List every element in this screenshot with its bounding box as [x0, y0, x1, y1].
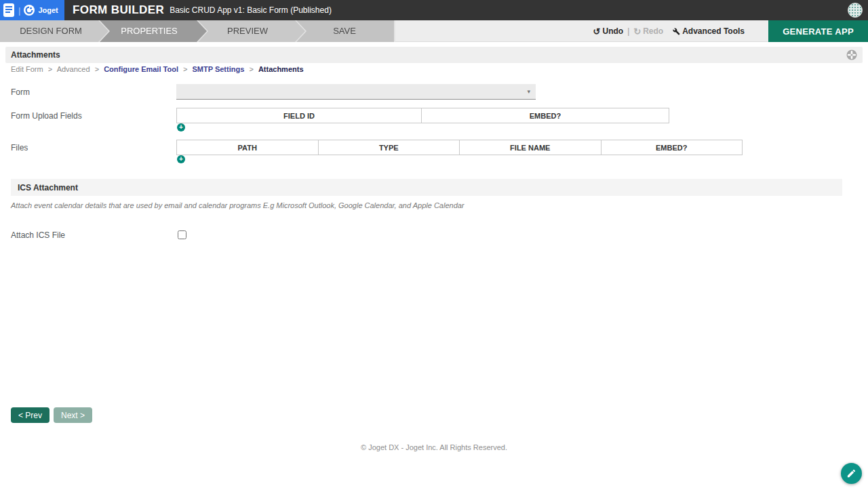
redo-icon: ↻ — [633, 27, 641, 36]
edit-fab-button[interactable] — [841, 463, 862, 484]
undo-icon: ↺ — [593, 27, 601, 36]
footer-copyright: © Joget DX - Joget Inc. All Rights Reser… — [0, 443, 868, 451]
quick-toolbar: ↺ Undo | ↻ Redo Advanced Tools — [593, 20, 745, 42]
breadcrumb: Edit Form > Advanced > Configure Email T… — [11, 65, 304, 73]
add-file-button[interactable]: + — [177, 155, 185, 163]
column-header-file-name: FILE NAME — [460, 140, 601, 155]
brand-block[interactable]: | Joget — [0, 0, 64, 20]
chevron-down-icon: ▾ — [527, 88, 530, 95]
advanced-tools-button[interactable]: Advanced Tools — [673, 26, 745, 36]
undo-button[interactable]: ↺ Undo — [593, 26, 624, 36]
ics-section-title: ICS Attachment — [18, 183, 78, 192]
section-header: Attachments — [5, 47, 863, 63]
brand-divider: | — [18, 5, 20, 16]
form-field-label: Form — [11, 87, 30, 97]
ics-description: Attach event calendar details that are u… — [11, 201, 465, 209]
prev-button[interactable]: < Prev — [11, 407, 50, 423]
undo-label: Undo — [603, 26, 624, 36]
next-button[interactable]: Next > — [54, 407, 92, 423]
tab-preview[interactable]: PREVIEW — [197, 20, 305, 42]
column-header-field-id: FIELD ID — [177, 108, 422, 123]
breadcrumb-link-smtp-settings[interactable]: SMTP Settings — [193, 65, 245, 73]
breadcrumb-separator: > — [95, 65, 99, 73]
column-header-type: TYPE — [319, 140, 460, 155]
files-table: PATH TYPE FILE NAME EMBED? — [176, 140, 743, 155]
pencil-icon — [846, 468, 856, 479]
add-upload-field-button[interactable]: + — [177, 123, 185, 131]
column-header-path: PATH — [177, 140, 319, 155]
form-select[interactable]: ▾ — [176, 84, 536, 100]
wizard-tabs: DESIGN FORM PROPERTIES PREVIEW SAVE — [0, 20, 384, 42]
ics-section-header: ICS Attachment — [11, 179, 842, 196]
avatar[interactable] — [848, 3, 863, 18]
breadcrumb-separator: > — [48, 65, 52, 73]
breadcrumb-separator: > — [249, 65, 253, 73]
attach-ics-checkbox[interactable] — [178, 230, 186, 239]
attach-ics-label: Attach ICS File — [11, 230, 65, 240]
column-header-embed: EMBED? — [422, 108, 669, 123]
breadcrumb-separator: > — [183, 65, 187, 73]
generate-app-button[interactable]: GENERATE APP — [768, 20, 868, 42]
document-icon — [3, 3, 15, 18]
breadcrumb-current: Attachments — [258, 65, 304, 73]
advanced-tools-label: Advanced Tools — [682, 26, 745, 36]
wrench-icon — [673, 28, 680, 35]
form-upload-fields-table: FIELD ID EMBED? — [176, 108, 669, 123]
upload-fields-label: Form Upload Fields — [11, 111, 82, 121]
expand-icon[interactable] — [846, 49, 857, 60]
redo-button[interactable]: ↻ Redo — [633, 26, 663, 36]
brand-name: Joget — [38, 6, 58, 14]
wizard-tab-bar: DESIGN FORM PROPERTIES PREVIEW SAVE ↺ Un… — [0, 20, 868, 42]
tab-properties[interactable]: PROPERTIES — [98, 20, 207, 42]
section-title: Attachments — [11, 50, 60, 60]
breadcrumb-item: Advanced — [57, 65, 90, 73]
tab-design-form[interactable]: DESIGN FORM — [0, 20, 108, 42]
breadcrumb-link-configure-email-tool[interactable]: Configure Email Tool — [104, 65, 178, 73]
top-header-bar: | Joget FORM BUILDER Basic CRUD App v1: … — [0, 0, 868, 20]
breadcrumb-item: Edit Form — [11, 65, 43, 73]
page-subtitle: Basic CRUD App v1: Basic Form (Published… — [170, 5, 332, 15]
files-label: Files — [11, 143, 28, 152]
page-title: FORM BUILDER — [73, 3, 164, 17]
joget-logo-icon — [24, 5, 35, 16]
tab-save[interactable]: SAVE — [295, 20, 394, 42]
toolbar-separator: | — [627, 26, 629, 36]
column-header-embed: EMBED? — [601, 140, 743, 155]
redo-label: Redo — [643, 26, 663, 36]
